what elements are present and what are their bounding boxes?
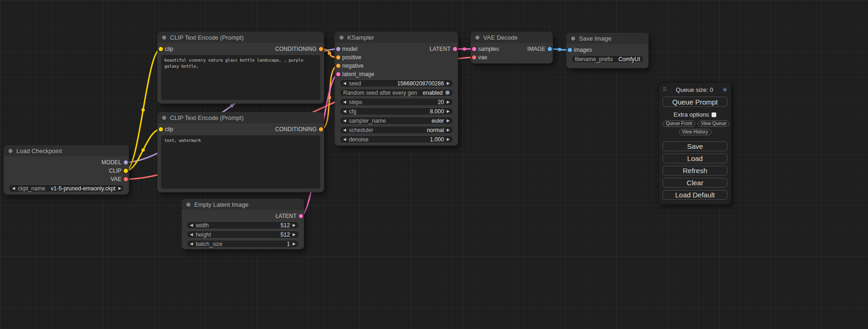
output-slot-CONDITIONING-dot[interactable] (319, 47, 323, 51)
slot-row: vae (471, 53, 553, 62)
load-button[interactable]: Load (663, 154, 727, 163)
node-empty-latent-image[interactable]: Empty Latent ImageLATENT◀width512▶◀heigh… (182, 199, 304, 249)
output-slot-MODEL-dot[interactable] (124, 161, 128, 165)
widget-cfg[interactable]: ◀cfg8.000▶ (339, 107, 453, 115)
increment-arrow-icon[interactable]: ▶ (293, 233, 296, 237)
node-clip-text-encode-positive[interactable]: CLIP Text Encode (Prompt)clipCONDITIONIN… (157, 32, 324, 104)
node-title-bar: VAE Decode (471, 32, 553, 43)
decrement-arrow-icon[interactable]: ◀ (12, 187, 15, 190)
prompt-text-input[interactable]: beautiful scenery nature glass bottle la… (161, 55, 320, 100)
clear-button[interactable]: Clear (663, 178, 727, 188)
settings-gear-icon[interactable]: ✳ (722, 87, 727, 93)
node-clip-text-encode-negative[interactable]: CLIP Text Encode (Prompt)clipCONDITIONIN… (157, 112, 324, 192)
drag-handle-icon[interactable]: ⠿ (663, 87, 667, 92)
queue-prompt-button[interactable]: Queue Prompt (663, 97, 727, 107)
widget-value: v1-5-pruned-emaonly.ckpt (51, 185, 116, 192)
node-title-label: VAE Decode (483, 34, 517, 41)
increment-arrow-icon[interactable]: ▶ (447, 138, 450, 141)
input-slot-samples-dot[interactable] (472, 47, 476, 51)
widget-label: steps (349, 99, 362, 105)
input-slot-clip-dot[interactable] (159, 127, 163, 132)
increment-arrow-icon[interactable]: ▶ (293, 242, 296, 246)
widget-steps[interactable]: ◀steps20▶ (339, 98, 453, 106)
input-slot-latent_image-dot[interactable] (336, 72, 340, 77)
widget-label: seed (349, 80, 361, 87)
widget-label: Random seed after every gen (343, 90, 417, 96)
decrement-arrow-icon[interactable]: ◀ (190, 233, 193, 237)
queue-panel-actions: Save Load Refresh Clear Load Default (663, 141, 727, 200)
node-title-bar: KSampler (335, 32, 458, 43)
node-save-image[interactable]: Save Imageimagesfilename_prefixComfyUI (566, 33, 649, 68)
input-slot-label: negative (342, 63, 363, 69)
widget-sampler-name[interactable]: ◀sampler_nameeuler▶ (339, 117, 453, 125)
widget-label: batch_size (196, 241, 222, 247)
refresh-button[interactable]: Refresh (663, 166, 727, 175)
collapse-dot-icon[interactable] (162, 35, 166, 40)
node-vae-decode[interactable]: VAE DecodesamplesIMAGEvae (471, 32, 553, 63)
widget-height[interactable]: ◀height512▶ (186, 231, 299, 238)
input-slot-images-dot[interactable] (568, 48, 572, 52)
increment-arrow-icon[interactable]: ▶ (447, 128, 450, 132)
output-slot-LATENT-dot[interactable] (453, 47, 457, 51)
node-load-checkpoint[interactable]: Load CheckpointMODELCLIPVAE◀ckpt_namev1-… (4, 145, 129, 195)
widget-batch-size[interactable]: ◀batch_size1▶ (186, 240, 299, 248)
decrement-arrow-icon[interactable]: ◀ (343, 100, 346, 104)
node-slots: MODELCLIPVAE (4, 156, 129, 183)
increment-arrow-icon[interactable]: ▶ (447, 100, 450, 104)
decrement-arrow-icon[interactable]: ◀ (190, 224, 193, 227)
output-slot-CONDITIONING-dot[interactable] (319, 127, 323, 132)
node-widgets: ◀ckpt_namev1-5-pruned-emaonly.ckpt▶ (4, 183, 129, 194)
widget-value: 512 (281, 231, 290, 238)
widget-value: enabled (423, 90, 443, 96)
widget-ckpt-name[interactable]: ◀ckpt_namev1-5-pruned-emaonly.ckpt▶ (8, 184, 124, 192)
output-slot-VAE-dot[interactable] (124, 177, 128, 182)
input-slot-positive-dot[interactable] (336, 56, 340, 60)
decrement-arrow-icon[interactable]: ◀ (343, 110, 346, 113)
save-button[interactable]: Save (663, 141, 727, 151)
widget-width[interactable]: ◀width512▶ (186, 221, 299, 229)
widget-value: normal (427, 127, 444, 133)
decrement-arrow-icon[interactable]: ◀ (190, 242, 193, 246)
decrement-arrow-icon[interactable]: ◀ (343, 138, 346, 141)
node-title-label: KSampler (347, 34, 374, 41)
widget-scheduler[interactable]: ◀schedulernormal▶ (339, 126, 453, 134)
widget-label: sampler_name (349, 118, 386, 124)
decrement-arrow-icon[interactable]: ◀ (343, 119, 346, 123)
increment-arrow-icon[interactable]: ▶ (293, 224, 296, 227)
widget-value: 8.000 (430, 108, 444, 115)
collapse-dot-icon[interactable] (162, 116, 166, 120)
increment-arrow-icon[interactable]: ▶ (447, 110, 450, 113)
output-slot-LATENT-dot[interactable] (299, 214, 303, 218)
widget-denoise[interactable]: ◀denoise1.000▶ (339, 135, 453, 143)
input-slot-negative-dot[interactable] (336, 64, 340, 68)
queue-front-button[interactable]: Queue Front (663, 120, 695, 127)
collapse-dot-icon[interactable] (571, 36, 575, 41)
collapse-dot-icon[interactable] (475, 35, 480, 40)
widget-random-seed-after-every-gen[interactable]: Random seed after every genenabled (339, 89, 453, 97)
input-slot-vae-dot[interactable] (472, 56, 476, 60)
output-slot-CLIP-dot[interactable] (124, 169, 128, 173)
widget-filename-prefix[interactable]: filename_prefixComfyUI (571, 55, 644, 63)
increment-arrow-icon[interactable]: ▶ (118, 187, 121, 190)
node-ksampler[interactable]: KSamplermodelLATENTpositivenegativelaten… (335, 32, 458, 146)
collapse-dot-icon[interactable] (186, 203, 191, 207)
input-slot-clip-dot[interactable] (159, 47, 163, 51)
increment-arrow-icon[interactable]: ▶ (447, 82, 450, 85)
node-title-label: Empty Latent Image (194, 201, 248, 208)
graph-canvas[interactable]: Load CheckpointMODELCLIPVAE◀ckpt_namev1-… (0, 0, 868, 329)
decrement-arrow-icon[interactable]: ◀ (343, 128, 346, 132)
output-slot-IMAGE-dot[interactable] (548, 47, 552, 51)
view-history-button[interactable]: View History (679, 129, 712, 135)
decrement-arrow-icon[interactable]: ◀ (343, 82, 346, 85)
collapse-dot-icon[interactable] (339, 35, 344, 40)
widget-seed[interactable]: ◀seed156680208700286▶ (339, 79, 453, 87)
extra-options-checkbox[interactable] (712, 112, 716, 117)
prompt-text-input[interactable]: text, watermark (161, 135, 320, 189)
load-default-button[interactable]: Load Default (663, 190, 727, 200)
toggle-dot-icon[interactable] (445, 91, 450, 95)
view-queue-button[interactable]: View Queue (698, 120, 729, 127)
output-slot-label: LATENT (275, 213, 296, 219)
input-slot-model-dot[interactable] (336, 47, 340, 51)
increment-arrow-icon[interactable]: ▶ (447, 119, 450, 123)
collapse-dot-icon[interactable] (8, 149, 13, 153)
